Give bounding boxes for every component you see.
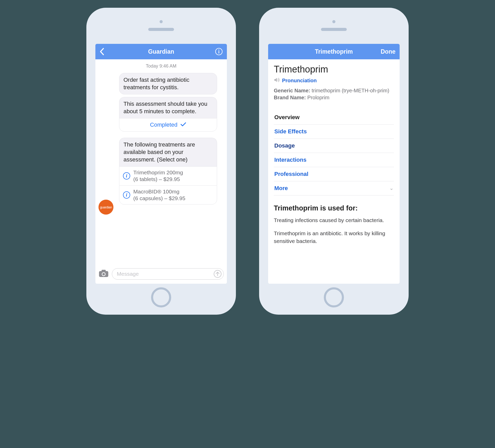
chat-bubble: Order fast acting antibiotic treatments … [119,73,217,94]
done-button[interactable]: Done [381,48,396,55]
phone-frame-left: Guardian Today 9:46 AM Order fast acting… [86,8,236,315]
detail-body: Trimethoprim Pronunciation Generic Name:… [268,59,400,284]
drug-title: Trimethoprim [274,64,394,75]
option-text: MacroBID® 100mg(6 capsules) – $29.95 [133,188,185,202]
speaker-icon [274,77,280,84]
svg-point-6 [102,273,105,275]
svg-rect-4 [102,270,106,272]
home-button[interactable] [151,287,171,307]
completed-label: Completed [150,121,177,128]
treatment-option[interactable]: i MacroBID® 100mg(6 capsules) – $29.95 [119,185,217,205]
tab-side-effects[interactable]: Side Effects [274,125,394,139]
message-group-2: The following treatments are available b… [119,138,224,205]
phone-speaker [148,28,174,31]
send-icon[interactable] [214,270,221,278]
input-placeholder: Message [117,271,139,277]
message-input[interactable]: Message [112,268,224,280]
phone-speaker [321,28,347,31]
tab-more-label: More [274,185,288,192]
info-icon[interactable]: i [123,172,130,180]
treatment-option[interactable]: i Trimethoprim 200mg(6 tablets) – $29.95 [119,166,217,185]
nav-title: Trimethoprim [288,48,380,55]
tab-overview[interactable]: Overview [274,110,394,125]
avatar-label: guardian [100,205,112,209]
chat-bubble: The following treatments are available b… [119,138,217,166]
generic-name: Generic Name: trimethoprim (trye-METH-oh… [274,87,394,94]
completed-row[interactable]: Completed [119,118,217,132]
back-icon[interactable] [100,48,104,55]
tab-dosage[interactable]: Dosage [274,139,394,153]
info-icon[interactable]: i [123,191,130,199]
input-bar: Message [95,266,227,284]
body-paragraph: Trimethoprim is an antibiotic. It works … [274,230,394,245]
avatar: guardian [98,200,113,215]
tab-professional[interactable]: Professional [274,167,394,181]
nav-bar: Guardian [95,44,227,59]
section-heading: Trimethoprim is used for: [274,204,394,212]
svg-rect-2 [219,51,219,54]
tabs: Overview Side Effects Dosage Interaction… [274,110,394,196]
pronunciation-link[interactable]: Pronunciation [282,78,317,84]
message-group-1: Order fast acting antibiotic treatments … [119,73,224,132]
svg-point-1 [218,50,219,51]
chat-bubble: This assessment should take you about 5 … [119,97,217,118]
camera-icon[interactable] [98,269,109,279]
tab-more[interactable]: More ⌄ [274,181,394,196]
option-text: Trimethoprim 200mg(6 tablets) – $29.95 [133,169,183,183]
detail-screen: Trimethoprim Done Trimethoprim Pronuncia… [268,44,400,284]
body-paragraph: Treating infections caused by certain ba… [274,216,394,224]
timestamp: Today 9:46 AM [98,63,224,69]
brand-name: Brand Name: Proloprim [274,94,394,101]
phone-frame-right: Trimethoprim Done Trimethoprim Pronuncia… [259,8,409,315]
info-icon[interactable] [215,48,223,55]
chat-body: Today 9:46 AM Order fast acting antibiot… [95,59,227,266]
tab-interactions[interactable]: Interactions [274,153,394,167]
checkmark-icon [180,121,186,128]
nav-bar: Trimethoprim Done [268,44,400,59]
home-button[interactable] [324,287,344,307]
chevron-down-icon: ⌄ [390,185,393,191]
pronunciation-row[interactable]: Pronunciation [274,77,394,84]
nav-title: Guardian [115,48,207,55]
chat-screen: Guardian Today 9:46 AM Order fast acting… [95,44,227,284]
